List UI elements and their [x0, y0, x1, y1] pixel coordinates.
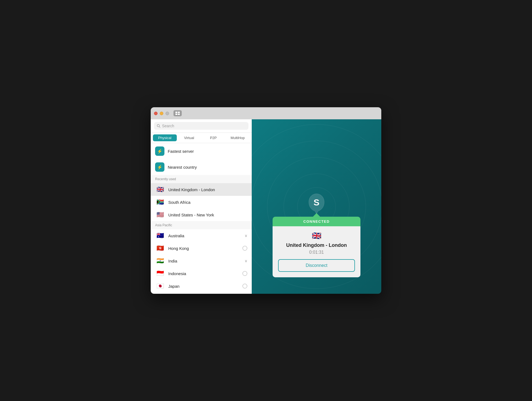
surfshark-logo-icon: S — [306, 191, 327, 216]
radio-indonesia[interactable] — [242, 271, 247, 276]
app-window: Physical Virtual P2P MultiHop ⚡ Fastest … — [151, 107, 381, 294]
server-list: ⚡ Fastest server ⚡ Nearest country Recen… — [151, 143, 252, 294]
flag-australia: 🇦🇺 — [155, 232, 165, 239]
flag-south-africa: 🇿🇦 — [155, 199, 165, 205]
tab-virtual[interactable]: Virtual — [177, 134, 201, 141]
connected-timer: 0:01:31 — [309, 250, 324, 255]
search-bar — [151, 119, 252, 133]
nearest-country-item[interactable]: ⚡ Nearest country — [151, 159, 252, 175]
country-name-australia: Australia — [168, 233, 241, 238]
flag-india: 🇮🇳 — [155, 258, 165, 264]
maximize-button[interactable] — [166, 112, 169, 115]
svg-rect-2 — [175, 114, 177, 115]
list-item-uk-london[interactable]: 🇬🇧 United Kingdom - London — [151, 183, 252, 196]
list-item-hong-kong[interactable]: 🇭🇰 Hong Kong — [151, 242, 252, 255]
tile-view-button[interactable] — [173, 110, 182, 116]
country-name-uk-london: United Kingdom - London — [168, 187, 247, 192]
flag-uk: 🇬🇧 — [155, 186, 165, 193]
tab-bar: Physical Virtual P2P MultiHop — [151, 133, 252, 143]
flag-hong-kong: 🇭🇰 — [155, 245, 165, 252]
flag-indonesia: 🇮🇩 — [155, 270, 165, 277]
country-name-us-new-york: United States - New York — [168, 213, 247, 217]
connected-status-header: CONNECTED — [273, 217, 360, 226]
nearest-country-label: Nearest country — [168, 165, 197, 170]
country-name-hong-kong: Hong Kong — [168, 246, 239, 251]
list-item-australia[interactable]: 🇦🇺 Australia ∨ — [151, 229, 252, 242]
expand-india-icon: ∨ — [245, 259, 247, 263]
tab-p2p[interactable]: P2P — [201, 134, 225, 141]
nearest-country-icon: ⚡ — [155, 162, 164, 172]
svg-line-5 — [159, 126, 160, 127]
list-item-india[interactable]: 🇮🇳 India ∨ — [151, 255, 252, 267]
disconnect-button[interactable]: Disconnect — [278, 259, 355, 272]
search-input-wrap[interactable] — [154, 122, 248, 130]
flag-us: 🇺🇸 — [155, 211, 165, 218]
asia-pacific-header: Asia Pacific — [151, 221, 252, 229]
country-name-japan: Japan — [168, 284, 239, 289]
sidebar: Physical Virtual P2P MultiHop ⚡ Fastest … — [151, 119, 252, 294]
svg-rect-0 — [175, 112, 177, 113]
connected-card: CONNECTED 🇬🇧 United Kingdom - London 0:0… — [273, 213, 360, 277]
list-item-south-africa[interactable]: 🇿🇦 South Africa — [151, 196, 252, 208]
list-item-indonesia[interactable]: 🇮🇩 Indonesia — [151, 267, 252, 280]
close-button[interactable] — [154, 112, 158, 115]
connected-location: United Kingdom - London — [286, 242, 347, 248]
search-input[interactable] — [162, 124, 246, 128]
fastest-server-icon: ⚡ — [155, 146, 164, 156]
expand-australia-icon: ∨ — [245, 233, 247, 238]
list-item-japan[interactable]: 🇯🇵 Japan — [151, 280, 252, 292]
minimize-button[interactable] — [160, 112, 163, 115]
country-name-south-africa: South Africa — [168, 200, 247, 205]
main-content: Physical Virtual P2P MultiHop ⚡ Fastest … — [151, 119, 381, 294]
chevron-up-icon — [313, 213, 320, 217]
radio-hong-kong[interactable] — [242, 246, 247, 251]
flag-japan: 🇯🇵 — [155, 283, 165, 289]
tab-physical[interactable]: Physical — [153, 134, 177, 141]
fastest-server-item[interactable]: ⚡ Fastest server — [151, 143, 252, 159]
radio-japan[interactable] — [242, 284, 247, 289]
list-item-us-new-york[interactable]: 🇺🇸 United States - New York — [151, 208, 252, 221]
svg-rect-1 — [178, 112, 180, 113]
country-name-indonesia: Indonesia — [168, 271, 239, 276]
recently-used-header: Recently used — [151, 175, 252, 183]
search-icon — [157, 124, 160, 128]
connected-flag: 🇬🇧 — [312, 231, 321, 240]
tab-multihop[interactable]: MultiHop — [226, 134, 250, 141]
titlebar — [151, 107, 381, 119]
fastest-server-label: Fastest server — [168, 149, 194, 154]
connected-body: 🇬🇧 United Kingdom - London 0:01:31 Disco… — [273, 226, 360, 277]
main-panel: S CONNECTED 🇬🇧 United Kingdom - London 0… — [252, 119, 381, 294]
svg-rect-3 — [178, 114, 180, 115]
country-name-india: India — [168, 259, 241, 263]
svg-text:S: S — [313, 197, 319, 207]
